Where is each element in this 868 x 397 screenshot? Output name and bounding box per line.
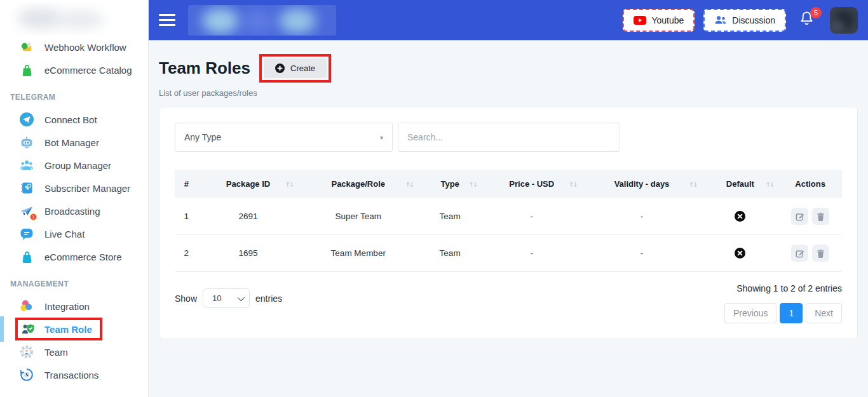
user-avatar[interactable] [830, 7, 858, 34]
cell-validity: - [582, 198, 702, 235]
pagination: Previous 1 Next [724, 303, 842, 323]
sidebar-item-transactions[interactable]: Transactions [0, 363, 148, 386]
circles-icon [19, 299, 34, 314]
sidebar-item-label: eCommerce Store [44, 252, 122, 262]
ecommerce-catalog-icon [19, 62, 34, 77]
cell-type: Team [418, 235, 482, 272]
hamburger-menu-icon[interactable] [159, 14, 175, 26]
top-navbar: Youtube Discussion 5 [149, 0, 868, 40]
column-header-num: # [175, 170, 198, 198]
cell-price: - [482, 235, 582, 272]
annotation-box-team-role: Team Role [15, 318, 102, 340]
sidebar-item-team[interactable]: Team [0, 340, 148, 363]
cell-num: 2 [175, 235, 198, 272]
discussion-button[interactable]: Discussion [703, 9, 786, 32]
cell-package-id: 1695 [198, 235, 299, 272]
paper-plane-icon: 1 [19, 203, 34, 219]
delete-button[interactable] [812, 208, 829, 225]
page-size-select[interactable]: 10 [203, 288, 250, 308]
history-clock-icon [19, 367, 34, 382]
shopping-bag-icon [19, 249, 34, 264]
column-header-package-id[interactable]: Package ID↑↓ [198, 170, 299, 198]
create-button-label: Create [290, 64, 315, 73]
page-content: Team Roles Create List of user packages/… [149, 40, 868, 397]
edit-button[interactable] [791, 208, 808, 225]
sidebar-item-bot-manager[interactable]: Bot Manager [0, 131, 148, 154]
sidebar-item-label: Subscriber Manager [44, 183, 130, 194]
robot-icon [19, 135, 34, 150]
blurred-header-logo [188, 5, 336, 36]
youtube-icon [634, 16, 646, 25]
sidebar: Webhook Workflow eCommerce Catalog TELEG… [0, 0, 149, 397]
create-button[interactable]: Create [264, 58, 327, 78]
sidebar-item-label: Webhook Workflow [44, 42, 126, 53]
sort-icon: ↑↓ [689, 180, 697, 187]
sidebar-item-label: Live Chat [44, 229, 85, 239]
annotation-box-create: Create [259, 54, 331, 83]
entries-label: entries [255, 293, 282, 304]
sidebar-item-label: Integration [44, 301, 90, 312]
type-filter-select[interactable]: Any Type ▾ [175, 123, 393, 152]
roles-table: # Package ID↑↓ Package/Role↑↓ Type↑↓ Pri… [175, 170, 842, 272]
cell-default [702, 235, 779, 272]
sort-icon: ↑↓ [765, 180, 773, 187]
sidebar-item-subscriber-manager[interactable]: Subscriber Manager [0, 177, 148, 199]
column-header-default[interactable]: Default↑↓ [702, 170, 779, 198]
column-header-type[interactable]: Type↑↓ [418, 170, 482, 198]
sort-icon: ↑↓ [285, 180, 293, 187]
main-area: Youtube Discussion 5 Team Roles [149, 0, 868, 397]
blurred-sidebar-logo [9, 3, 123, 36]
times-circle-icon [735, 211, 745, 222]
cell-package-role: Team Member [298, 235, 418, 272]
cell-actions [778, 235, 842, 272]
next-page-button[interactable]: Next [806, 303, 842, 323]
sidebar-item-label: Connect Bot [44, 114, 97, 125]
column-header-package-role[interactable]: Package/Role↑↓ [298, 170, 418, 198]
table-footer: Show 10 entries Showing 1 to 2 of 2 entr… [175, 283, 842, 323]
sidebar-item-live-chat[interactable]: Live Chat [0, 222, 148, 245]
sidebar-item-ecommerce-catalog[interactable]: eCommerce Catalog [0, 58, 148, 81]
youtube-button-label: Youtube [651, 15, 684, 25]
chevron-down-icon [238, 293, 245, 300]
edit-button[interactable] [791, 245, 808, 262]
table-header-row: # Package ID↑↓ Package/Role↑↓ Type↑↓ Pri… [175, 170, 842, 198]
search-input[interactable] [398, 123, 620, 152]
sidebar-section-telegram: TELEGRAM [0, 93, 148, 102]
column-header-actions: Actions [778, 170, 842, 198]
sidebar-item-connect-bot[interactable]: Connect Bot [0, 108, 148, 131]
sidebar-item-webhook-workflow[interactable]: Webhook Workflow [0, 36, 148, 58]
cell-validity: - [582, 235, 702, 272]
sidebar-item-ecommerce-store[interactable]: eCommerce Store [0, 245, 148, 268]
table-row: 2 1695 Team Member Team - - [175, 235, 842, 272]
telegram-plane-icon [19, 112, 34, 127]
youtube-button[interactable]: Youtube [623, 9, 695, 32]
cell-actions [778, 198, 842, 235]
chat-bubble-icon [19, 226, 34, 241]
contact-book-icon [19, 180, 34, 196]
delete-button[interactable] [812, 245, 829, 262]
filters-bar: Any Type ▾ [175, 123, 842, 152]
people-group-icon [19, 158, 34, 173]
notification-bell-icon[interactable]: 5 [799, 10, 815, 30]
app-window: Webhook Workflow eCommerce Catalog TELEG… [0, 0, 868, 397]
discussion-people-icon [714, 15, 727, 25]
type-filter-value: Any Type [184, 132, 221, 142]
notification-count-badge: 5 [810, 7, 822, 18]
table-row: 1 2691 Super Team Team - - [175, 198, 842, 235]
sidebar-item-label: Bot Manager [44, 137, 99, 148]
caret-down-icon: ▾ [380, 134, 383, 141]
sidebar-item-integration[interactable]: Integration [0, 295, 148, 318]
broadcasting-badge: 1 [30, 213, 37, 220]
sidebar-item-team-role[interactable]: Team Role [0, 318, 148, 340]
sort-icon: ↑↓ [405, 180, 413, 187]
current-page-button[interactable]: 1 [780, 303, 803, 323]
previous-page-button[interactable]: Previous [724, 303, 776, 323]
cell-default [702, 198, 779, 235]
sidebar-section-management: MANAGEMENT [0, 279, 148, 288]
column-header-validity[interactable]: Validity - days↑↓ [582, 170, 702, 198]
cell-num: 1 [175, 198, 198, 235]
sidebar-item-broadcasting[interactable]: 1 Broadcasting [0, 199, 148, 222]
column-header-price[interactable]: Price - USD↑↓ [482, 170, 582, 198]
sidebar-item-group-manager[interactable]: Group Manager [0, 154, 148, 177]
cell-package-id: 2691 [198, 198, 299, 235]
